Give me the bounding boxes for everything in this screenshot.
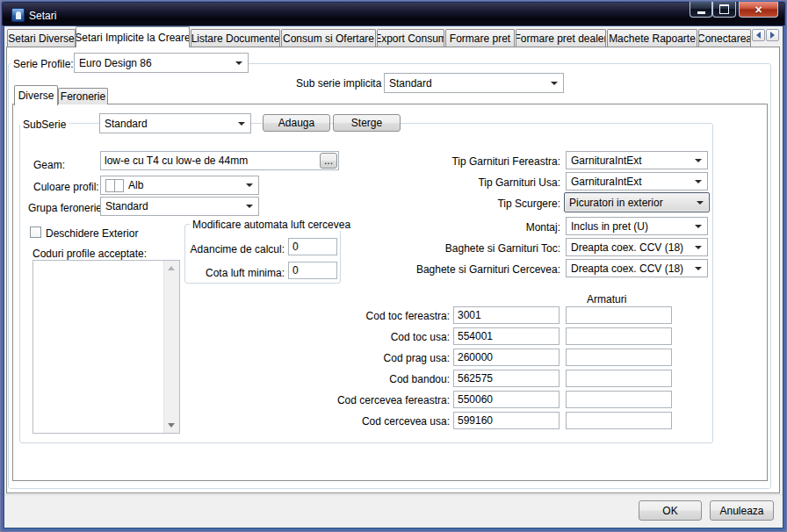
tip-garnituri-fereastra-label: Tip Garnituri Fereastra: (369, 155, 560, 168)
dropdown-arrow-icon (695, 159, 702, 162)
tab-formare-pret-dealer[interactable]: Formare pret dealer (516, 29, 606, 47)
cod-bandou-input[interactable] (453, 370, 560, 387)
cod-cercevea-fereastra-label: Cod cercevea fereastra: (290, 394, 450, 406)
cod-bandou-armaturi-input[interactable] (566, 370, 672, 387)
luft-group-title: Modificare automata luft cercevea (190, 219, 353, 231)
tip-garnituri-usa-label: Tip Garnituri Usa: (369, 176, 560, 189)
geam-label: Geam: (33, 159, 65, 171)
adancime-label: Adancime de calcul: (190, 243, 285, 255)
tab-setari-implicite[interactable]: Setari Implicite la Creare (76, 26, 190, 47)
tab-machete-rapoarte[interactable]: Machete Rapoarte (607, 29, 697, 47)
cod-prag-usa-armaturi-input[interactable] (566, 349, 672, 366)
cod-toc-fereastra-armaturi-input[interactable] (566, 306, 672, 324)
baghete-cercevea-label: Baghete si Garnituri Cercevea: (369, 263, 560, 276)
cod-cercevea-usa-armaturi-input[interactable] (566, 412, 672, 429)
cod-toc-usa-input[interactable] (453, 327, 560, 345)
cod-cercevea-usa-input[interactable] (453, 412, 560, 429)
cod-prag-usa-input[interactable] (453, 349, 560, 366)
cota-luft-input[interactable] (288, 262, 337, 279)
cod-cercevea-fereastra-input[interactable] (453, 391, 560, 408)
serie-profile-combobox[interactable]: Euro Design 86 (74, 53, 249, 73)
coduri-profile-listbox[interactable] (32, 260, 180, 434)
tab-export-consum[interactable]: Export Consum (377, 29, 444, 47)
grupa-feronerie-label: Grupa feronerie: (28, 202, 105, 214)
sub-serie-combobox[interactable]: Standard (384, 73, 564, 93)
tab-listare-documente[interactable]: Listare Documente (191, 29, 280, 47)
serie-profile-label: Serie Profile: (11, 58, 76, 70)
settings-dialog: Setari × Setari Diverse Setari Implicite… (0, 0, 787, 532)
chevron-right-icon (770, 32, 775, 39)
tip-scurgere-combobox[interactable]: Picuratori in exterior (564, 192, 710, 212)
anuleaza-button[interactable]: Anuleaza (710, 500, 774, 521)
montaj-combobox[interactable]: Inclus in pret (U) (566, 217, 708, 235)
dropdown-arrow-icon (695, 246, 702, 249)
dropdown-arrow-icon (697, 201, 704, 205)
dropdown-arrow-icon (695, 267, 702, 270)
window-title: Setari (29, 10, 56, 22)
chevron-left-icon (756, 32, 761, 39)
geam-input[interactable] (100, 151, 339, 170)
deschidere-exterior-checkbox[interactable] (30, 226, 41, 238)
close-icon: × (755, 4, 762, 16)
sub-serie-label: Sub serie implicita (296, 77, 381, 90)
cod-toc-usa-armaturi-input[interactable] (566, 327, 672, 345)
tab-diverse[interactable]: Diverse (14, 85, 58, 105)
dropdown-arrow-icon (238, 122, 245, 126)
cod-toc-fereastra-label: Cod toc fereastra: (290, 310, 450, 322)
app-icon (11, 8, 25, 22)
tab-setari-diverse[interactable]: Setari Diverse (7, 29, 76, 47)
baghete-toc-combobox[interactable]: Dreapta coex. CCV (18) (566, 238, 708, 256)
listbox-scrollbar[interactable] (163, 261, 179, 433)
tip-scurgere-label: Tip Scurgere: (369, 198, 560, 210)
cod-bandou-label: Cod bandou: (290, 373, 450, 385)
adauga-button[interactable]: Adauga (263, 114, 330, 132)
tab-formare-pret[interactable]: Formare pret (445, 29, 515, 47)
subserie-label: SubSerie (20, 119, 69, 131)
maximize-icon (719, 4, 729, 14)
cod-cercevea-usa-label: Cod cercevea usa: (290, 415, 450, 428)
cota-luft-label: Cota luft minima: (190, 267, 285, 279)
dropdown-arrow-icon (695, 180, 702, 183)
coduri-profile-label: Coduri profile acceptate: (32, 248, 147, 260)
adancime-input[interactable] (288, 238, 337, 255)
tab-scroll-right-button[interactable] (766, 29, 779, 41)
dropdown-arrow-icon (695, 225, 702, 228)
color-swatch-icon (105, 179, 124, 192)
title-bar[interactable]: Setari (2, 2, 785, 25)
maximize-button[interactable] (712, 2, 736, 18)
geam-browse-button[interactable]: ... (320, 153, 337, 169)
grupa-feronerie-combobox[interactable]: Standard (100, 197, 259, 216)
tab-consum-si-ofertare[interactable]: Consum si Ofertare (281, 29, 376, 47)
sterge-button[interactable]: Sterge (333, 114, 401, 132)
tip-garnituri-usa-combobox[interactable]: GarnituraIntExt (566, 172, 708, 191)
culoare-profil-combobox[interactable]: Alb (100, 176, 259, 195)
baghete-toc-label: Baghete si Garnituri Toc: (369, 242, 560, 255)
tab-conectarea[interactable]: Conectarea (698, 29, 751, 47)
subserie-combobox[interactable]: Standard (99, 113, 251, 133)
dropdown-arrow-icon (246, 205, 253, 208)
baghete-cercevea-combobox[interactable]: Dreapta coex. CCV (18) (566, 259, 708, 277)
dropdown-arrow-icon (235, 61, 242, 65)
dropdown-arrow-icon (246, 183, 253, 187)
cod-cercevea-fereastra-armaturi-input[interactable] (566, 391, 672, 408)
armaturi-header: Armaturi (587, 293, 626, 306)
cod-prag-usa-label: Cod prag usa: (290, 352, 450, 364)
tab-feronerie[interactable]: Feronerie (58, 88, 108, 104)
ok-button[interactable]: OK (639, 500, 702, 521)
minimize-button[interactable] (690, 2, 712, 18)
culoare-profil-label: Culoare profil: (33, 181, 99, 193)
tab-scroll-left-button[interactable] (752, 29, 765, 41)
tip-garnituri-fereastra-combobox[interactable]: GarnituraIntExt (566, 151, 708, 169)
montaj-label: Montaj: (369, 221, 560, 234)
scroll-down-icon[interactable] (168, 423, 175, 428)
cod-toc-fereastra-input[interactable] (453, 306, 560, 324)
deschidere-exterior-label: Deschidere Exterior (46, 227, 138, 240)
close-button[interactable]: × (739, 2, 778, 18)
scroll-up-icon[interactable] (168, 266, 175, 270)
cod-toc-usa-label: Cod toc usa: (290, 331, 450, 343)
dropdown-arrow-icon (551, 82, 558, 85)
minimize-icon (697, 11, 705, 14)
